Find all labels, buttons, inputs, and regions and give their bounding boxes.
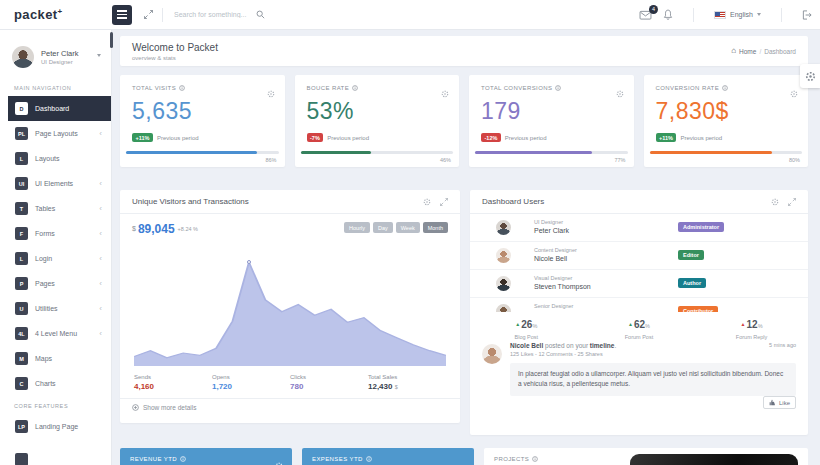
stat-cards-row: TOTAL VISITS 5,635 +11% Previous period … xyxy=(120,75,808,167)
fullscreen-icon[interactable] xyxy=(144,10,153,19)
search-icon[interactable] xyxy=(256,10,265,19)
language-selector[interactable]: English xyxy=(714,11,761,19)
messages-icon[interactable]: 4 xyxy=(639,10,652,20)
sidebar-section-core: CORE FEATURES xyxy=(0,396,111,414)
hamburger-menu-button[interactable] xyxy=(112,5,132,25)
role-badge: Author xyxy=(678,278,706,288)
sidebar-item-ui-elements[interactable]: UI UI Elements ‹ xyxy=(0,171,111,196)
visitors-area-chart xyxy=(134,248,446,366)
activity-target[interactable]: timeline xyxy=(590,342,615,349)
range-button-hourly[interactable]: Hourly xyxy=(344,222,370,233)
user-row-peter-clark[interactable]: UI Designer Peter Clark Administrator xyxy=(470,214,808,242)
progress-bar xyxy=(126,151,279,154)
sidebar-item-pages[interactable]: P Pages ‹ xyxy=(0,271,111,296)
theme-settings-button[interactable] xyxy=(800,64,820,88)
progress-percent: 86% xyxy=(265,157,276,163)
page-header: Welcome to Packet overview & stats ⌂ Hom… xyxy=(120,36,808,66)
sidebar-item-forms[interactable]: F Forms ‹ xyxy=(0,221,111,246)
sidebar-item-charts[interactable]: C Charts xyxy=(0,371,111,396)
avatar xyxy=(496,248,511,263)
layouts-icon: L xyxy=(15,152,28,165)
total-amount: 89,045 xyxy=(138,222,175,236)
chart-peak-marker xyxy=(247,260,251,264)
gear-icon[interactable] xyxy=(275,456,283,465)
activity-message: In placerat feugiat odio a ullamcorper. … xyxy=(510,363,796,396)
avatar xyxy=(12,46,34,68)
activity-author[interactable]: Nicole Bell xyxy=(510,342,543,349)
pages-icon: P xyxy=(15,277,28,290)
logo-plus: + xyxy=(58,7,63,16)
dashboard-screen: packet+ 4 xyxy=(0,0,820,465)
sidebar-item-landing-page[interactable]: LP Landing Page xyxy=(0,414,111,439)
breadcrumb: ⌂ Home / Dashboard xyxy=(731,47,796,55)
stat-card-total-conversions: TOTAL CONVERSIONS 179 -12% Previous peri… xyxy=(469,75,634,167)
sidebar-item-4-level-menu[interactable]: 4L 4 Level Menu ‹ xyxy=(0,321,111,346)
user-row-steven-thompson[interactable]: Visual Designer Steven Thompson Author xyxy=(470,270,808,298)
user-role: UI Designer xyxy=(41,59,79,65)
sidebar-item-login[interactable]: L Login ‹ xyxy=(0,246,111,271)
chevron-icon: ‹ xyxy=(99,305,102,313)
sidebar-item-maps[interactable]: M Maps xyxy=(0,346,111,371)
expand-icon[interactable] xyxy=(788,198,796,206)
gear-icon[interactable] xyxy=(423,198,431,206)
chevron-icon: ‹ xyxy=(99,180,102,188)
sidebar-item-partial[interactable] xyxy=(0,447,111,465)
trend-up-icon: ▲ xyxy=(628,321,633,327)
caret-down-icon[interactable] xyxy=(97,54,101,57)
projects-card: PROJECTS xyxy=(484,448,808,465)
user-name: Peter Clark xyxy=(41,49,79,58)
role-badge: Editor xyxy=(678,250,704,260)
bottom-cards-row: REVENUE YTD EXPENSES YTD PROJECTS xyxy=(120,448,808,465)
info-icon xyxy=(555,85,561,91)
gear-icon[interactable] xyxy=(616,84,624,102)
sign-out-icon[interactable] xyxy=(802,10,812,20)
stat-card-total-visits: TOTAL VISITS 5,635 +11% Previous period … xyxy=(120,75,285,167)
search-input[interactable] xyxy=(172,10,250,19)
breadcrumb-separator: / xyxy=(759,48,761,55)
stat-note: Previous period xyxy=(680,135,722,141)
app-logo[interactable]: packet+ xyxy=(0,7,112,22)
gear-icon[interactable] xyxy=(267,84,275,102)
navbar-divider xyxy=(693,8,694,22)
stat-opens: Opens 1,720 xyxy=(212,374,290,391)
show-more-details-link[interactable]: Show more details xyxy=(132,404,196,411)
progress-bar xyxy=(301,151,454,154)
stat-note: Previous period xyxy=(327,135,369,141)
users-list: UI Designer Peter Clark Administrator Co… xyxy=(470,214,808,312)
panel-title: Dashboard Users xyxy=(482,197,544,206)
sidebar-item-tables[interactable]: T Tables ‹ xyxy=(0,196,111,221)
range-button-month[interactable]: Month xyxy=(423,222,448,233)
forms-icon: F xyxy=(15,227,28,240)
chevron-icon: ‹ xyxy=(99,330,102,338)
landing-page-icon: LP xyxy=(15,420,28,433)
panel-divider xyxy=(120,398,460,399)
sidebar-item-page-layouts[interactable]: PL Page Layouts ‹ xyxy=(0,121,111,146)
user-row-senior-designer[interactable]: Senior Designer Contributor xyxy=(470,298,808,312)
gear-icon[interactable] xyxy=(790,84,798,102)
stat-label: TOTAL VISITS xyxy=(132,85,176,91)
gear-icon[interactable] xyxy=(441,84,449,102)
panel-title: Unique Visitors and Transactions xyxy=(132,197,249,206)
sidebar-item-utilities[interactable]: U Utilities ‹ xyxy=(0,296,111,321)
sidebar-user-card[interactable]: Peter Clark UI Designer xyxy=(0,30,111,78)
maps-icon: M xyxy=(15,352,28,365)
range-button-day[interactable]: Day xyxy=(373,222,393,233)
like-button[interactable]: Like xyxy=(763,396,796,409)
stat-value: 53% xyxy=(307,98,448,125)
stat-label: BOUCE RATE xyxy=(307,85,350,91)
ui-elements-icon: UI xyxy=(15,177,28,190)
stat-note: Previous period xyxy=(505,135,547,141)
sidebar-item-layouts[interactable]: L Layouts xyxy=(0,146,111,171)
notifications-bell-icon[interactable] xyxy=(663,9,673,20)
gear-icon[interactable] xyxy=(771,198,779,206)
range-button-week[interactable]: Week xyxy=(396,222,420,233)
user-row-nicole-bell[interactable]: Content Designer Nicole Bell Editor xyxy=(470,242,808,270)
breadcrumb-home[interactable]: Home xyxy=(739,48,756,55)
chevron-icon: ‹ xyxy=(99,130,102,138)
expand-icon[interactable] xyxy=(440,198,448,206)
navbar-right-group: 4 English xyxy=(639,8,820,22)
stat-note: Previous period xyxy=(157,135,199,141)
partial-item-icon xyxy=(15,453,28,465)
sidebar-item-dashboard[interactable]: D Dashboard xyxy=(8,96,111,121)
page-layouts-icon: PL xyxy=(15,127,28,140)
